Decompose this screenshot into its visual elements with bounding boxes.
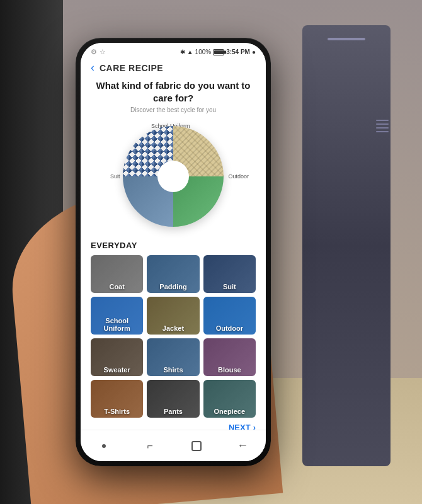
padding-label: Padding: [147, 280, 199, 293]
grid-item-school-uniform[interactable]: School Uniform: [91, 297, 143, 335]
fabric-grid: Coat Padding Suit: [91, 255, 256, 418]
settings-icon: ⚙: [91, 48, 97, 56]
status-time: 3:54 PM: [226, 49, 250, 55]
nav-dot-button[interactable]: [94, 437, 113, 455]
tshirts-label: T-Shirts: [91, 405, 143, 418]
status-icons-left: ⚙ ☆: [91, 48, 106, 56]
battery-icon: [213, 49, 224, 55]
label-outdoor: Outdoor: [228, 173, 249, 180]
nav-bar: ⌐ ←: [81, 430, 266, 461]
grid-item-pants[interactable]: Pants: [147, 380, 199, 418]
suit-label: Suit: [203, 280, 256, 293]
cabinet-details: [376, 120, 389, 132]
phone-body: ⚙ ☆ ✱ ▲ 100% 3:54 PM ● ‹ CARE RECIPE: [76, 38, 271, 466]
outdoor-label: Outdoor: [203, 322, 256, 335]
battery-percent: 100%: [195, 49, 212, 55]
status-icons-right: ✱ ▲ 100% 3:54 PM ●: [180, 49, 256, 55]
circular-selector[interactable]: School Uniform Suit Outdoor: [117, 120, 230, 233]
coat-label: Coat: [91, 280, 143, 293]
sweater-label: Sweater: [91, 364, 143, 376]
app-bar: ‹ CARE RECIPE: [81, 59, 266, 79]
subtitle: Discover the best cycle for you: [91, 106, 256, 113]
nav-back-button[interactable]: ←: [233, 437, 252, 455]
phone-screen: ⚙ ☆ ✱ ▲ 100% 3:54 PM ● ‹ CARE RECIPE: [81, 43, 266, 461]
grid-item-coat[interactable]: Coat: [91, 255, 143, 293]
nav-home-icon: [191, 441, 202, 451]
label-suit: Suit: [110, 173, 120, 180]
circle-center: [157, 161, 189, 192]
jacket-label: Jacket: [147, 322, 199, 335]
nav-dot-icon: [102, 444, 106, 448]
grid-item-sweater[interactable]: Sweater: [91, 338, 143, 376]
nav-home-button[interactable]: [187, 437, 206, 455]
pants-label: Pants: [147, 405, 199, 418]
circle-container: [123, 126, 224, 227]
back-button[interactable]: ‹: [91, 61, 94, 74]
nav-back-icon: ←: [237, 439, 248, 452]
grid-item-onepiece[interactable]: Onepiece: [203, 380, 256, 418]
section-title-everyday: EVERYDAY: [91, 241, 256, 250]
grid-item-shirts[interactable]: Shirts: [147, 338, 199, 376]
grid-item-blouse[interactable]: Blouse: [203, 338, 256, 376]
onepiece-label: Onepiece: [203, 405, 256, 418]
blouse-label: Blouse: [203, 364, 256, 376]
grid-item-jacket[interactable]: Jacket: [147, 297, 199, 335]
nav-recents-button[interactable]: ⌐: [140, 437, 159, 455]
nav-recents-icon: ⌐: [147, 440, 153, 452]
grid-item-padding[interactable]: Padding: [147, 255, 199, 293]
battery-fill: [214, 50, 223, 54]
shirts-label: Shirts: [147, 364, 199, 376]
bluetooth-icon: ✱: [180, 49, 185, 55]
grid-item-tshirts[interactable]: T-Shirts: [91, 380, 143, 418]
grid-item-outdoor[interactable]: Outdoor: [203, 297, 256, 335]
app-title: CARE RECIPE: [100, 63, 163, 73]
cabinet-right: [302, 25, 391, 466]
phone: ⚙ ☆ ✱ ▲ 100% 3:54 PM ● ‹ CARE RECIPE: [76, 38, 271, 466]
main-question: What kind of fabric do you want to care …: [91, 79, 256, 104]
screen-content: What kind of fabric do you want to care …: [81, 79, 266, 435]
wifi-icon: ▲: [187, 49, 193, 55]
grid-item-suit[interactable]: Suit: [203, 255, 256, 293]
school-label: School Uniform: [91, 314, 143, 335]
star-icon: ☆: [100, 48, 106, 56]
status-bar: ⚙ ☆ ✱ ▲ 100% 3:54 PM ●: [81, 43, 266, 59]
camera-indicator: ●: [252, 49, 256, 55]
